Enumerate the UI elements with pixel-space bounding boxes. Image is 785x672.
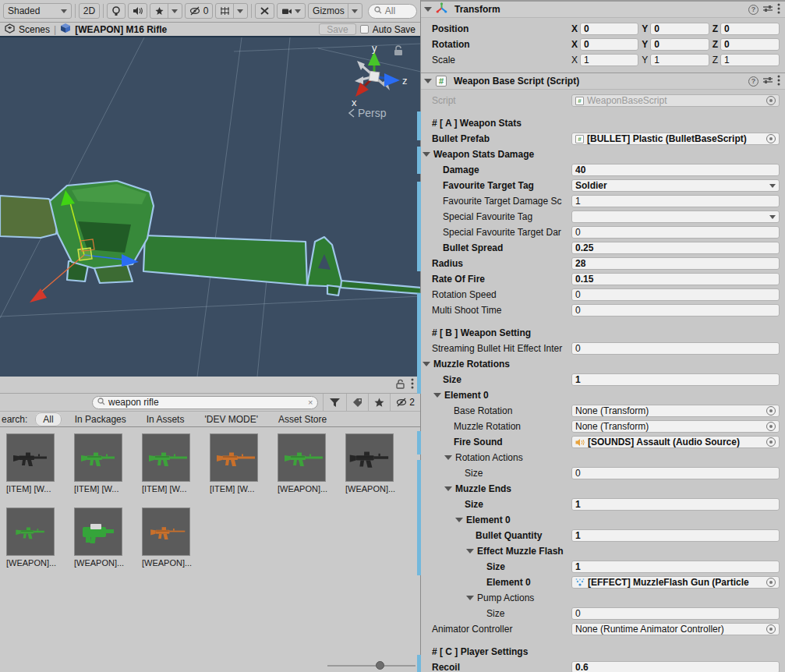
asset-thumbnail[interactable]: [278, 433, 326, 482]
orientation-z-cone[interactable]: [384, 73, 400, 87]
object-picker-icon[interactable]: [766, 624, 776, 634]
presets-icon[interactable]: [762, 76, 773, 87]
rotation-y-field[interactable]: 0: [650, 38, 709, 51]
scene-audio-button[interactable]: [128, 3, 147, 19]
clear-search-icon[interactable]: ×: [308, 398, 313, 407]
property-label[interactable]: Weapon Stats Damage: [433, 149, 534, 160]
muzzle-rotation-object-field[interactable]: None (Transform): [571, 420, 780, 433]
lock-icon[interactable]: [394, 46, 402, 55]
scope-tab--dev-mode-[interactable]: 'DEV MODE': [197, 413, 265, 426]
property-label[interactable]: Rotation Actions: [455, 452, 523, 463]
property-label[interactable]: Muzzle Ends: [455, 483, 511, 494]
property-label[interactable]: Muzzle Rotations: [433, 359, 510, 370]
hidden-results-count[interactable]: 2: [390, 394, 420, 412]
scene-viewport[interactable]: y z x Persp: [0, 37, 420, 377]
asset-thumbnail[interactable]: [142, 433, 190, 482]
foldout-arrow-icon[interactable]: [444, 486, 452, 491]
scale-y-field[interactable]: 1: [650, 54, 709, 66]
scene-effects-button[interactable]: [150, 3, 182, 19]
size-field[interactable]: 1: [571, 373, 780, 386]
hidden-objects-button[interactable]: 0: [185, 3, 214, 19]
auto-save-checkbox[interactable]: [360, 25, 369, 34]
rotation-z-field[interactable]: 0: [720, 38, 780, 51]
orientation-cube[interactable]: [369, 71, 380, 82]
asset-thumbnail[interactable]: [210, 433, 258, 482]
size-field[interactable]: 1: [571, 561, 780, 573]
foldout-arrow-icon[interactable]: [466, 596, 474, 600]
gizmo-x-arrow[interactable]: [30, 288, 47, 302]
fire-sound-object-field[interactable]: [SOUNDS] Assault (Audio Source): [571, 436, 780, 448]
component-tools-button[interactable]: [255, 3, 274, 19]
bullet-quantity-field[interactable]: 1: [571, 529, 780, 542]
damage-field[interactable]: 40: [571, 164, 780, 176]
asset-item[interactable]: [ITEM] [W...: [210, 433, 278, 508]
breadcrumb-scenes[interactable]: Scenes: [19, 24, 50, 35]
save-button[interactable]: Save: [319, 23, 355, 35]
rotation-speed-field[interactable]: 0: [571, 288, 780, 301]
asset-thumbnail[interactable]: [74, 433, 122, 482]
property-label[interactable]: Rotation: [421, 39, 571, 50]
property-label[interactable]: Pump Actions: [477, 592, 534, 603]
scale-z-field[interactable]: 1: [720, 54, 780, 66]
foldout-arrow-icon[interactable]: [455, 518, 463, 522]
thumbnail-size-slider[interactable]: [327, 661, 415, 670]
scene-lighting-button[interactable]: [107, 3, 126, 19]
help-icon[interactable]: ?: [748, 76, 758, 87]
position-z-field[interactable]: 0: [720, 23, 780, 35]
position-x-field[interactable]: 0: [580, 23, 638, 35]
foldout-arrow-icon[interactable]: [466, 549, 474, 554]
size-field[interactable]: 0: [571, 607, 780, 620]
kebab-menu-icon[interactable]: [777, 75, 780, 88]
object-picker-icon[interactable]: [766, 96, 776, 105]
favourite-target-tag-dropdown[interactable]: Soldier: [571, 179, 780, 192]
camera-view-button[interactable]: [277, 3, 306, 19]
foldout-arrow-icon[interactable]: [444, 455, 452, 460]
asset-item[interactable]: [WEAPON]...: [345, 433, 413, 508]
project-search-input[interactable]: weapon rifle ×: [92, 396, 318, 409]
scope-tab-in-packages[interactable]: In Packages: [68, 413, 133, 426]
2d-toggle-button[interactable]: 2D: [79, 3, 100, 19]
asset-item[interactable]: [WEAPON]...: [6, 508, 74, 582]
special-favourite-tag-dropdown[interactable]: [571, 210, 780, 223]
rotation-x-field[interactable]: 0: [580, 38, 638, 51]
object-picker-icon[interactable]: [766, 406, 776, 416]
asset-thumbnail[interactable]: [345, 433, 394, 482]
script-object-field[interactable]: #WeaponBaseScript: [571, 94, 780, 107]
property-label[interactable]: Element 0: [466, 515, 511, 525]
favourite-target-damage-sc-field[interactable]: 1: [571, 195, 780, 207]
radius-field[interactable]: 28: [571, 257, 780, 270]
persp-label[interactable]: Persp: [358, 107, 387, 119]
property-label[interactable]: Position: [421, 23, 571, 34]
scene-search-input[interactable]: All: [368, 4, 417, 19]
asset-item[interactable]: [WEAPON]...: [278, 433, 345, 508]
orientation-gizmo[interactable]: y z x Persp: [349, 42, 408, 119]
transform-component-header[interactable]: Transform ?: [421, 1, 785, 18]
asset-item[interactable]: [ITEM] [W...: [6, 433, 74, 508]
object-picker-icon[interactable]: [766, 578, 776, 587]
foldout-arrow-icon[interactable]: [424, 7, 432, 12]
base-rotation-object-field[interactable]: None (Transform): [571, 405, 780, 417]
special-favourite-target-dar-field[interactable]: 0: [571, 226, 780, 239]
presets-icon[interactable]: [762, 4, 773, 16]
property-label[interactable]: Effect Muzzle Flash: [477, 546, 564, 557]
scope-tab-asset-store[interactable]: Asset Store: [271, 413, 334, 426]
rate-of-fire-field[interactable]: 0.15: [571, 273, 780, 285]
asset-thumbnail[interactable]: [142, 508, 190, 556]
animator-controller-object-field[interactable]: None (Runtime Animator Controller): [571, 623, 780, 635]
search-by-label-icon[interactable]: [346, 394, 368, 412]
asset-thumbnail[interactable]: [74, 508, 122, 556]
foldout-arrow-icon[interactable]: [423, 362, 430, 366]
help-icon[interactable]: ?: [748, 5, 758, 15]
size-field[interactable]: 1: [571, 498, 780, 511]
object-picker-icon[interactable]: [766, 422, 776, 431]
asset-thumbnail[interactable]: [6, 508, 55, 556]
recoil-field[interactable]: 0.6: [571, 661, 780, 672]
asset-item[interactable]: [WEAPON]...: [142, 508, 210, 582]
element-0-object-field[interactable]: [EFFECT] MuzzleFlash Gun (Particle: [571, 576, 780, 589]
foldout-arrow-icon[interactable]: [433, 393, 441, 398]
grid-visibility-button[interactable]: [215, 3, 248, 19]
shading-mode-dropdown[interactable]: Shaded: [3, 3, 72, 19]
bullet-spread-field[interactable]: 0.25: [571, 242, 780, 254]
asset-item[interactable]: [WEAPON]...: [74, 508, 142, 582]
favorites-star-icon[interactable]: [368, 394, 390, 412]
